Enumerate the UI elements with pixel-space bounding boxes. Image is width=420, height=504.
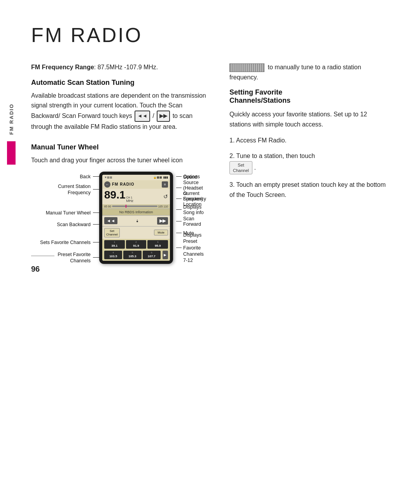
label-preset-favorite: Preset FavoriteChannels: [31, 249, 99, 266]
device-mockup: ▼▦▦ 🔒▦▦ ▮▮▮ ← FM RADIO ≡: [99, 172, 173, 264]
device-rbds: No RBDS Information: [119, 210, 153, 214]
device-frequency: 89.1: [104, 190, 126, 200]
label-manual-tuner: Manual Tuner Wheel: [31, 207, 99, 218]
preset-btn-4[interactable]: 4 103.5: [104, 251, 122, 259]
scan-heading: Automatic Scan Station Tuning: [31, 79, 206, 87]
device-options-btn[interactable]: ≡: [162, 181, 168, 188]
tuner-dot: [136, 221, 138, 222]
freq-marker: [126, 205, 126, 208]
controls-row: ◄◄ ▶▶: [102, 216, 170, 226]
line-manual-tuner: [93, 212, 99, 213]
label-sets-favorite: Sets Favorite Channels: [31, 237, 99, 248]
label-scan-forward: Scan Forward: [176, 216, 206, 227]
device-scan-forward-btn[interactable]: ▶▶: [157, 217, 168, 225]
device-ch-label: CH 1: [126, 196, 134, 199]
preset-row-2: 4 103.5 5 105.3 6 107.7 ▶: [102, 250, 170, 261]
line-scan-backward: [93, 224, 99, 225]
freq-range-value: : 87.5MHz -107.9 MHz.: [94, 64, 158, 70]
device-mute-btn[interactable]: Mute: [154, 230, 168, 235]
screen-nav-bar: ← FM RADIO ≡: [102, 180, 170, 189]
set-channel-ref-btn: SetChannel: [229, 161, 252, 175]
freq-slider: [112, 205, 158, 207]
preset-btn-2[interactable]: 2 91.9: [126, 240, 147, 249]
preset-btn-1[interactable]: 1 39.1: [104, 240, 125, 249]
bottom-btns-row: SetChannel Mute: [102, 226, 170, 239]
scan-body: Available broadcast stations are depende…: [31, 91, 206, 132]
device-set-channel-btn[interactable]: SetChannel: [104, 228, 120, 237]
device-tuner-wheel[interactable]: [137, 220, 138, 220]
line-sets-favorite: [93, 242, 99, 242]
freq-range-label: FM Frequency Range: [31, 64, 94, 70]
list-item-1: 1. Access FM Radio.: [229, 135, 389, 146]
diagram-right-labels: Options Sound Source (Headset or Speaker…: [173, 172, 206, 256]
page-divider: [31, 256, 54, 256]
page-container: FM RADIO FM Frequency Range: 87.5MHz -10…: [0, 0, 420, 289]
line-current-station: [93, 189, 99, 190]
label-current-station: Current StationFrequency: [31, 183, 99, 197]
freq-range-para: FM Frequency Range: 87.5MHz -107.9 MHz.: [31, 62, 206, 72]
tuner-icon-box: [229, 63, 264, 72]
fav-body: Quickly access your favorite stations. S…: [229, 109, 389, 129]
line-preset-favorite: [93, 257, 99, 258]
label-displays-preset: Displays Preset FavoriteChannels 7-12: [176, 239, 206, 256]
line-back: [93, 176, 99, 177]
page-title: FM RADIO: [31, 23, 389, 47]
list-item-2: 2. Tune to a station, then touch SetChan…: [229, 151, 389, 174]
manual-tuner-heading: Manual Tuner Wheel: [31, 143, 206, 151]
device-screen-title: FM RADIO: [112, 182, 134, 186]
sidebar-pink-bar: [7, 141, 16, 165]
device-screen: ▼▦▦ 🔒▦▦ ▮▮▮ ← FM RADIO ≡: [102, 175, 170, 261]
tuner-description: to manually tune to a radio station freq…: [229, 62, 389, 82]
content-wrapper: FM Frequency Range: 87.5MHz -107.9 MHz. …: [31, 62, 389, 266]
rbds-row: No RBDS Information: [102, 209, 170, 216]
label-back: Back: [31, 172, 99, 182]
scan-backward-btn[interactable]: ◄◄: [135, 111, 150, 122]
freq-display-row: 89.1 CH 1 MHz ↺: [102, 189, 170, 204]
device-back-btn[interactable]: ←: [104, 181, 110, 188]
scan-forward-btn[interactable]: ▶▶: [157, 111, 170, 122]
label-current-freq: Current Frequency Location: [176, 194, 206, 204]
list-item-3: 3. Touch an empty preset station touch k…: [229, 180, 389, 200]
label-scan-backward: Scan Backward: [31, 219, 99, 230]
preset-next-btn[interactable]: ▶: [163, 251, 168, 259]
device-scan-backward-btn[interactable]: ◄◄: [104, 217, 117, 224]
sidebar-area: FM RADIO: [7, 104, 16, 164]
preset-btn-6[interactable]: 6 107.7: [143, 251, 161, 259]
screen-header: ▼▦▦ 🔒▦▦ ▮▮▮: [102, 175, 170, 180]
sidebar-label: FM RADIO: [9, 104, 14, 135]
page-number: 96: [31, 265, 40, 274]
device-freq-unit: MHz: [126, 199, 134, 203]
label-song-info: Displays Song info: [176, 204, 206, 215]
preset-btn-3[interactable]: 3 95.9: [147, 240, 168, 249]
manual-body: Touch and drag your finger across the tu…: [31, 155, 206, 165]
freq-bar-row: 85 90 105 110: [102, 204, 170, 209]
right-col: to manually tune to a radio station freq…: [229, 62, 389, 266]
preset-row-1: 1 39.1 2 91.9 3 95.9: [102, 239, 170, 250]
fav-heading: Setting Favorite Channels/Stations: [229, 88, 389, 105]
preset-btn-5[interactable]: 5 105.3: [123, 251, 141, 259]
device-diagram: Back Current StationFrequency Manual Tun…: [31, 172, 206, 266]
device-sound-icon: ↺: [163, 193, 168, 200]
diagram-left-labels: Back Current StationFrequency Manual Tun…: [31, 172, 99, 266]
left-col: FM Frequency Range: 87.5MHz -107.9 MHz. …: [31, 62, 206, 266]
